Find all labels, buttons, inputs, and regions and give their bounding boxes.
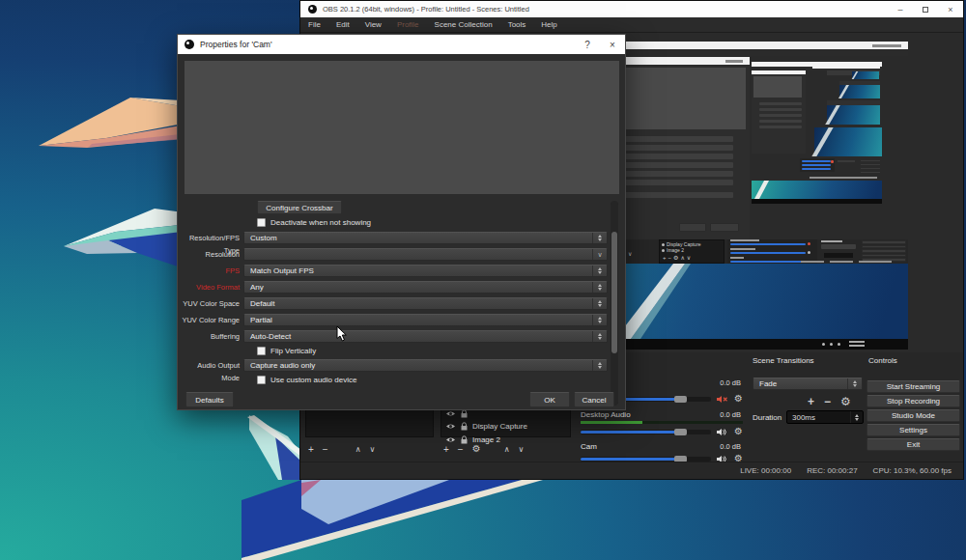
scene-remove-button[interactable]: − [323, 444, 328, 455]
video-format-select[interactable]: Any [243, 281, 608, 294]
mixer-gear-icon[interactable]: ⚙ [734, 427, 743, 436]
audio-output-mode-select[interactable]: Capture audio only [243, 359, 608, 372]
scene-up-button[interactable]: ∧ [355, 445, 361, 454]
duration-value: 300ms [792, 413, 815, 422]
menu-view[interactable]: View [357, 17, 389, 33]
dialog-scrollbar[interactable] [611, 201, 618, 406]
source-down-button[interactable]: ∨ [519, 445, 525, 454]
scene-down-button[interactable]: ∨ [370, 445, 376, 454]
mute-icon[interactable] [717, 395, 728, 404]
source-up-button[interactable]: ∧ [504, 445, 510, 454]
deactivate-checkbox[interactable] [257, 218, 266, 227]
spinner-icon [847, 378, 862, 389]
scene-add-button[interactable]: + [308, 444, 314, 455]
status-rec: REC: 00:00:27 [807, 466, 857, 475]
capture-dialog-ok [679, 223, 706, 232]
spinner-icon [592, 331, 607, 342]
yuv-color-space-select[interactable]: Default [243, 297, 608, 310]
l2-mixer [800, 158, 835, 172]
dialog-help-button[interactable]: ? [575, 35, 600, 54]
sources-toolbar: + − ⚙ ∧ ∨ [443, 441, 524, 457]
captured-desktop-level2 [752, 62, 882, 204]
menu-file[interactable]: File [300, 17, 328, 33]
duration-input[interactable]: 300ms [786, 410, 864, 424]
exit-button[interactable]: Exit [867, 438, 960, 451]
menu-help[interactable]: Help [533, 17, 564, 33]
transition-remove-button[interactable]: − [824, 395, 831, 408]
properties-dialog: Properties for 'Cam' ? × Configure Cross… [177, 34, 626, 410]
cancel-button[interactable]: Cancel [574, 392, 614, 407]
start-streaming-button[interactable]: Start Streaming [867, 380, 960, 393]
dropdown-icon: ∨ [592, 249, 607, 260]
volume-slider-handle[interactable] [674, 396, 687, 403]
status-cpu: CPU: 10.3%, 60.00 fps [873, 466, 952, 475]
l3-wedge-big [814, 127, 882, 156]
source-properties-button[interactable]: ⚙ [472, 444, 481, 454]
settings-button[interactable]: Settings [867, 424, 960, 436]
maximize-button[interactable] [913, 1, 938, 17]
source-add-button[interactable]: + [443, 444, 449, 455]
ok-button[interactable]: OK [529, 392, 570, 407]
source-remove-button[interactable]: − [458, 444, 464, 455]
spinner-icon [592, 266, 607, 276]
mixer-gear-icon[interactable]: ⚙ [734, 394, 743, 404]
defaults-button[interactable]: Defaults [185, 392, 234, 407]
capture-statusbar [801, 261, 824, 263]
resolution-fps-type-select[interactable]: Custom [243, 232, 608, 244]
volume-slider[interactable] [581, 457, 711, 462]
dialog-close-button[interactable]: × [600, 35, 625, 54]
statusbar: LIVE: 00:00:00 REC: 00:00:27 CPU: 10.3%,… [300, 462, 963, 479]
fps-select[interactable]: Match Output FPS [243, 265, 608, 277]
transition-add-button[interactable]: + [808, 395, 814, 408]
flip-checkbox-row: Flip Vertically [257, 347, 316, 355]
volume-slider-handle[interactable] [674, 429, 687, 435]
capture-clock [849, 341, 865, 343]
resolution-select[interactable]: ∨ [243, 248, 608, 261]
speaker-icon[interactable] [717, 428, 728, 436]
buffering-select[interactable]: Auto-Detect [243, 330, 608, 343]
flip-vertically-checkbox[interactable] [257, 347, 266, 355]
l3-streak [852, 71, 859, 79]
stop-recording-button[interactable]: Stop Recording [867, 395, 960, 407]
volume-slider[interactable] [581, 430, 711, 434]
l3-titlebar [812, 65, 880, 69]
field-label-yuv-color-space: YUV Color Space [178, 297, 240, 310]
deactivate-label: Deactivate when not showing [270, 218, 371, 227]
field-value: Default [250, 299, 274, 308]
field-label-yuv-color-range: YUV Color Range [178, 314, 240, 326]
l2-taskbar [752, 199, 882, 204]
field-label-buffering: Buffering [178, 330, 240, 343]
transition-select[interactable]: Fade [753, 378, 863, 390]
field-value: Capture audio only [250, 361, 315, 370]
yuv-color-range-select[interactable]: Partial [243, 314, 608, 326]
controls-title: Controls [868, 356, 897, 365]
dialog-scrollbar-thumb[interactable] [611, 232, 617, 353]
l3-wedge-mid [827, 105, 880, 125]
obs-logo-icon [308, 5, 317, 14]
dialog-titlebar: Properties for 'Cam' ? × [178, 35, 625, 54]
studio-mode-button[interactable]: Studio Mode [867, 409, 960, 422]
l3-wedge-tiny [852, 71, 879, 79]
transition-properties-button[interactable]: ⚙ [840, 397, 851, 406]
mixer-strip: Desktop Audio 0.0 dB ⚙ [581, 410, 743, 441]
source-row[interactable]: Display Capture [445, 420, 527, 433]
capture-winbtns [872, 44, 901, 47]
menu-edit[interactable]: Edit [328, 17, 357, 33]
mixer-strip-db: 0.0 dB [720, 410, 741, 419]
menu-profile[interactable]: Profile [389, 17, 427, 33]
lock-icon[interactable] [460, 422, 469, 431]
menu-scene-collection[interactable]: Scene Collection [427, 17, 500, 33]
custom-audio-checkbox[interactable] [257, 376, 266, 384]
minimize-button[interactable]: – [888, 1, 913, 17]
lock-icon[interactable] [460, 409, 469, 418]
capture-sources-toolbar: +−⚙∧∨ [663, 255, 693, 261]
visibility-icon[interactable] [445, 422, 456, 431]
field-value: Any [250, 283, 264, 292]
field-value: Partial [250, 316, 272, 324]
menu-tools[interactable]: Tools [500, 17, 534, 33]
close-button[interactable]: × [938, 1, 963, 17]
mixer-strip-name: Cam [581, 442, 597, 451]
configure-crossbar-button[interactable]: Configure Crossbar [257, 201, 342, 214]
maximize-icon [923, 7, 928, 13]
visibility-icon[interactable] [445, 409, 456, 418]
